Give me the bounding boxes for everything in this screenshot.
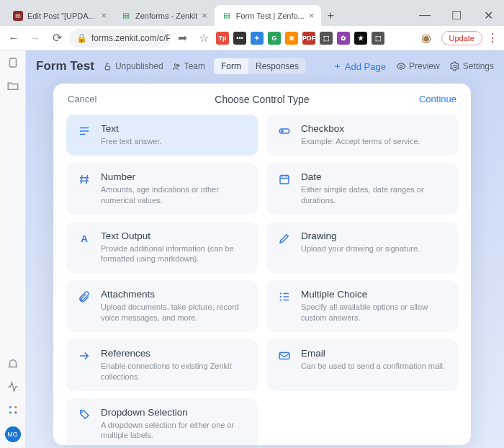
page-title: Form Test — [36, 59, 94, 73]
tab-1[interactable]: ▤ Zenforms - Zenkit × — [114, 5, 215, 26]
control-title: Text Output — [101, 230, 248, 241]
add-page-button[interactable]: ＋ Add Page — [333, 60, 386, 73]
references-icon — [76, 348, 92, 382]
tab-0[interactable]: m Edit Post "[UPDAT... × — [6, 5, 114, 26]
control-desc: Example: Accept terms of service. — [301, 136, 448, 147]
app-header: Form Test Unpublished Team Form Response… — [26, 50, 504, 82]
star-icon[interactable]: ☆ — [194, 29, 213, 48]
url-field[interactable]: 🔒 forms.zenkit.com/c/PcO… — [69, 29, 170, 48]
textoutput-icon — [76, 230, 92, 265]
drawing-icon — [276, 230, 292, 265]
tab-title: Zenforms - Zenkit — [135, 12, 197, 20]
control-title: Number — [101, 171, 248, 182]
favicon-zenkit-icon: ▤ — [121, 11, 131, 21]
control-textoutput[interactable]: Text OutputProvide additional informatio… — [66, 222, 258, 274]
control-desc: Upload your drawing or signature. — [301, 243, 448, 254]
close-icon[interactable]: × — [309, 10, 315, 21]
user-avatar[interactable]: MG — [5, 426, 21, 442]
control-attachments[interactable]: AttachmentsUpload documents, take pictur… — [66, 280, 258, 332]
tab-2[interactable]: ▤ Form Test | Zenfo... × — [215, 5, 322, 26]
minimize-button[interactable]: — — [409, 4, 441, 26]
tab-title: Form Test | Zenfo... — [236, 12, 305, 20]
control-desc: Upload documents, take picture, record v… — [101, 302, 248, 323]
extension-icon[interactable]: ★ — [354, 32, 367, 45]
svg-point-7 — [177, 64, 179, 66]
svg-rect-0 — [9, 58, 16, 67]
new-tab-button[interactable]: + — [321, 5, 340, 26]
extension-icon[interactable]: G — [268, 32, 281, 45]
control-date[interactable]: DateEither simple dates, date ranges or … — [266, 163, 458, 215]
checkbox-icon — [276, 123, 292, 147]
control-desc: Specify all available options or allow c… — [301, 302, 448, 323]
control-desc: Either simple dates, date ranges or dura… — [301, 184, 448, 206]
favicon-zenkit-icon: ▤ — [222, 11, 232, 21]
extensions: Tp•••✦G⛯PDF⬚✿★⬚ — [216, 32, 414, 45]
modal-title: Choose Control Type — [215, 94, 309, 105]
svg-rect-5 — [105, 66, 110, 69]
extension-icon[interactable]: ⬚ — [320, 32, 333, 45]
tab-form[interactable]: Form — [214, 58, 248, 74]
view-switch: Form Responses — [214, 58, 306, 74]
settings-button[interactable]: Settings — [450, 61, 494, 71]
titlebar: m Edit Post "[UPDAT... × ▤ Zenforms - Ze… — [0, 0, 504, 26]
update-button[interactable]: Update — [441, 31, 482, 45]
control-title: Attachments — [101, 289, 248, 300]
folder-icon[interactable] — [6, 79, 19, 92]
close-window-button[interactable]: ✕ — [472, 4, 504, 26]
activity-icon[interactable] — [6, 380, 19, 393]
back-button[interactable]: ← — [4, 29, 23, 48]
apps-icon[interactable] — [6, 403, 19, 416]
svg-point-2 — [14, 406, 17, 408]
reload-button[interactable]: ⟳ — [48, 29, 66, 48]
tab-strip: m Edit Post "[UPDAT... × ▤ Zenforms - Ze… — [0, 5, 409, 26]
email-icon — [276, 348, 292, 382]
close-icon[interactable]: × — [101, 10, 107, 21]
control-desc: Can be used to send a confirmation mail. — [301, 361, 448, 372]
control-references[interactable]: ReferencesEnable connections to existing… — [66, 339, 258, 391]
svg-point-6 — [174, 63, 176, 66]
continue-button[interactable]: Continue — [419, 94, 456, 104]
bell-icon[interactable] — [6, 357, 19, 370]
control-checkbox[interactable]: CheckboxExample: Accept terms of service… — [266, 115, 458, 156]
control-title: Dropdown Selection — [101, 407, 248, 418]
text-icon — [76, 123, 92, 147]
browser-menu-icon[interactable]: ⋮ — [485, 31, 500, 45]
browser-window: m Edit Post "[UPDAT... × ▤ Zenforms - Ze… — [0, 0, 504, 448]
preview-button[interactable]: Preview — [396, 61, 440, 71]
forward-button[interactable]: → — [26, 29, 45, 48]
extension-icon[interactable]: PDF — [302, 32, 315, 45]
control-dropdown[interactable]: Dropdown SelectionA dropdown selection f… — [66, 398, 258, 445]
clipboard-icon[interactable] — [6, 56, 19, 69]
control-number[interactable]: NumberAmounts, age indications or other … — [66, 163, 258, 215]
extension-icon[interactable]: ✦ — [251, 32, 264, 45]
tab-responses[interactable]: Responses — [248, 58, 306, 74]
profile-avatar-icon[interactable]: ◉ — [417, 29, 436, 48]
extension-icon[interactable]: ⬚ — [372, 32, 384, 45]
extension-icon[interactable]: Tp — [216, 32, 229, 45]
cancel-button[interactable]: Cancel — [68, 94, 96, 104]
eye-icon — [396, 61, 406, 71]
close-icon[interactable]: × — [202, 10, 207, 21]
control-desc: A dropdown selection for either one or m… — [101, 420, 248, 442]
lock-open-icon — [103, 62, 112, 71]
plus-icon: ＋ — [333, 60, 342, 73]
control-multiple[interactable]: Multiple ChoiceSpecify all available opt… — [266, 280, 458, 332]
extension-icon[interactable]: ✿ — [337, 32, 350, 45]
app-area: MG Form Test Unpublished Team Form Respo… — [0, 50, 504, 448]
svg-point-4 — [14, 411, 17, 413]
control-title: Email — [301, 348, 448, 359]
control-title: Date — [301, 171, 448, 182]
window-controls: — ☐ ✕ — [409, 4, 504, 26]
gear-icon — [450, 61, 460, 71]
control-drawing[interactable]: DrawingUpload your drawing or signature. — [266, 222, 458, 274]
share-icon[interactable]: ➦ — [173, 29, 192, 48]
extension-icon[interactable]: ••• — [233, 32, 246, 45]
extension-icon[interactable]: ⛯ — [285, 32, 298, 45]
team-link[interactable]: Team — [172, 61, 205, 71]
maximize-button[interactable]: ☐ — [441, 4, 472, 26]
control-title: References — [101, 348, 248, 359]
control-email[interactable]: EmailCan be used to send a confirmation … — [266, 339, 458, 391]
status-unpublished[interactable]: Unpublished — [103, 61, 163, 71]
url-text: forms.zenkit.com/c/PcO… — [91, 33, 170, 43]
control-text[interactable]: TextFree text answer. — [66, 115, 258, 156]
